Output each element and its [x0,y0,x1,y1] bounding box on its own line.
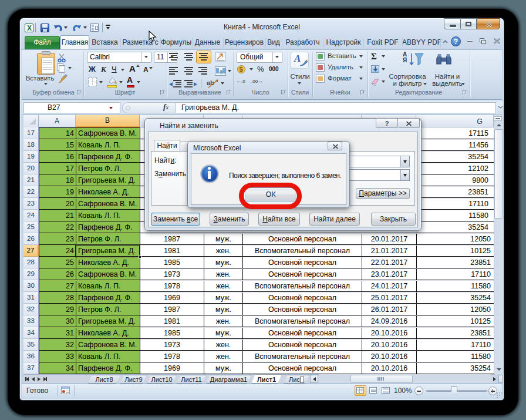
svg-text:$: $ [240,66,243,73]
